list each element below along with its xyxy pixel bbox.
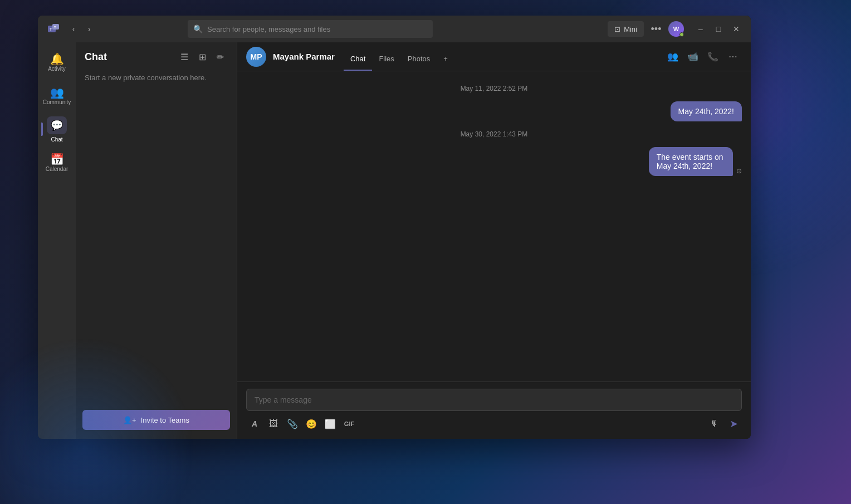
avatar[interactable]: W bbox=[668, 21, 684, 37]
message-input[interactable] bbox=[246, 389, 742, 411]
gif-icon: GIF bbox=[344, 420, 354, 427]
dictate-button[interactable]: 🎙 bbox=[706, 415, 723, 432]
tab-photos[interactable]: Photos bbox=[401, 55, 437, 71]
more-icon: ••• bbox=[651, 23, 662, 35]
nav-arrows: ‹ › bbox=[67, 22, 96, 36]
filter-button[interactable]: ☰ bbox=[177, 49, 192, 65]
attach-button[interactable]: 📎 bbox=[284, 415, 301, 432]
close-button[interactable]: ✕ bbox=[728, 21, 744, 37]
title-bar-right: ⊡ Mini ••• W – □ ✕ bbox=[608, 21, 744, 37]
contact-name: Mayank Parmar bbox=[273, 52, 335, 61]
participants-button[interactable]: 👥 bbox=[664, 48, 682, 66]
message-status: ⊙ bbox=[736, 167, 742, 175]
sidebar-item-calendar[interactable]: 📅 Calendar bbox=[41, 147, 72, 178]
date-separator-2: May 30, 2022 1:43 PM bbox=[246, 130, 742, 138]
sticker-icon: ⬜ bbox=[325, 419, 336, 429]
tab-chat[interactable]: Chat bbox=[344, 55, 372, 71]
search-input[interactable] bbox=[207, 25, 427, 33]
more-actions-button[interactable]: ⋯ bbox=[724, 48, 742, 66]
sidebar-item-chat[interactable]: 💬 Chat bbox=[41, 114, 72, 145]
compose-icon: ✏ bbox=[217, 52, 224, 62]
sticker-button[interactable]: ⬜ bbox=[322, 415, 339, 432]
send-button[interactable]: ➤ bbox=[725, 415, 742, 432]
format-icon: A bbox=[252, 419, 257, 428]
search-bar[interactable]: 🔍 bbox=[188, 20, 433, 38]
window-controls: – □ ✕ bbox=[693, 21, 744, 37]
image-icon: 🖼 bbox=[269, 419, 278, 429]
svg-text:T: T bbox=[54, 26, 56, 29]
add-tab-button[interactable]: + bbox=[437, 55, 454, 71]
bubble-2: The event starts on May 24th, 2022! bbox=[649, 147, 733, 176]
phone-icon: 📞 bbox=[707, 51, 718, 62]
sidebar-item-community[interactable]: 👥 Community bbox=[41, 80, 72, 111]
sidebar-nav: 🔔 Activity 👥 Community 💬 Chat 📅 Calendar bbox=[38, 42, 76, 439]
chat-main: MP Mayank Parmar Chat Files Photos + 👥 📹 bbox=[237, 42, 751, 439]
tab-files[interactable]: Files bbox=[372, 55, 400, 71]
message-2: The event starts on May 24th, 2022! bbox=[593, 147, 733, 176]
chat-header: MP Mayank Parmar Chat Files Photos + 👥 📹 bbox=[237, 42, 751, 71]
search-icon: 🔍 bbox=[193, 25, 203, 33]
image-button[interactable]: 🖼 bbox=[265, 415, 282, 432]
community-icon: 👥 bbox=[50, 87, 64, 98]
chat-panel-hint: Start a new private conversation here. bbox=[76, 69, 237, 405]
send-icon: ➤ bbox=[730, 418, 738, 430]
message-toolbar: A 🖼 📎 😊 ⬜ GIF bbox=[246, 411, 742, 432]
online-indicator bbox=[679, 32, 684, 37]
compose-button[interactable]: ✏ bbox=[212, 49, 228, 65]
emoji-icon: 😊 bbox=[306, 419, 317, 429]
minimize-button[interactable]: – bbox=[693, 21, 708, 37]
gif-button[interactable]: GIF bbox=[341, 415, 358, 432]
video-list-icon: ⊞ bbox=[199, 52, 206, 62]
main-content: 🔔 Activity 👥 Community 💬 Chat 📅 Calendar bbox=[38, 42, 751, 439]
video-list-button[interactable]: ⊞ bbox=[194, 49, 210, 65]
chat-panel: Chat ☰ ⊞ ✏ Start a new private conversat… bbox=[76, 42, 237, 439]
message-1: May 24th, 2022! bbox=[246, 101, 742, 121]
chat-icon: 💬 bbox=[51, 119, 63, 131]
teams-logo: T T bbox=[45, 20, 62, 38]
dictate-icon: 🎙 bbox=[710, 419, 719, 429]
attach-icon: 📎 bbox=[287, 419, 298, 429]
chat-panel-title: Chat bbox=[85, 51, 107, 63]
maximize-button[interactable]: □ bbox=[711, 21, 726, 37]
calendar-icon: 📅 bbox=[50, 154, 64, 165]
back-button[interactable]: ‹ bbox=[67, 22, 80, 36]
invite-to-teams-button[interactable]: 👤+ Invite to Teams bbox=[82, 410, 230, 430]
sidebar-item-activity[interactable]: 🔔 Activity bbox=[41, 47, 72, 78]
messages-area: May 11, 2022 2:52 PM May 24th, 2022! May… bbox=[237, 71, 751, 381]
title-bar: T T ‹ › 🔍 ⊡ Mini ••• W – bbox=[38, 16, 751, 42]
invite-icon: 👤+ bbox=[123, 416, 136, 424]
video-call-button[interactable]: 📹 bbox=[684, 48, 702, 66]
activity-icon: 🔔 bbox=[50, 53, 64, 65]
header-right-actions: 👥 📹 📞 ⋯ bbox=[664, 48, 742, 66]
mini-button[interactable]: ⊡ Mini bbox=[608, 21, 644, 37]
more-options-button[interactable]: ••• bbox=[648, 21, 664, 37]
app-window: T T ‹ › 🔍 ⊡ Mini ••• W – bbox=[38, 16, 751, 439]
chat-icon-bg: 💬 bbox=[47, 116, 67, 134]
video-icon: 📹 bbox=[687, 51, 698, 62]
participants-icon: 👥 bbox=[667, 51, 678, 62]
contact-avatar: MP bbox=[246, 47, 266, 67]
chat-panel-actions: ☰ ⊞ ✏ bbox=[177, 49, 228, 65]
bubble-1: May 24th, 2022! bbox=[671, 101, 742, 121]
message-input-area: A 🖼 📎 😊 ⬜ GIF bbox=[237, 381, 751, 439]
forward-button[interactable]: › bbox=[82, 22, 96, 36]
svg-text:T: T bbox=[50, 27, 52, 31]
date-separator-1: May 11, 2022 2:52 PM bbox=[246, 85, 742, 92]
chat-tabs: Chat Files Photos + bbox=[344, 42, 454, 71]
emoji-button[interactable]: 😊 bbox=[303, 415, 320, 432]
audio-call-button[interactable]: 📞 bbox=[704, 48, 722, 66]
format-button[interactable]: A bbox=[246, 415, 263, 432]
chat-panel-header: Chat ☰ ⊞ ✏ bbox=[76, 42, 237, 69]
message-2-wrapper: The event starts on May 24th, 2022! ⊙ bbox=[246, 147, 742, 176]
filter-icon: ☰ bbox=[180, 52, 188, 62]
mini-icon: ⊡ bbox=[614, 25, 620, 33]
more-actions-icon: ⋯ bbox=[728, 51, 737, 62]
